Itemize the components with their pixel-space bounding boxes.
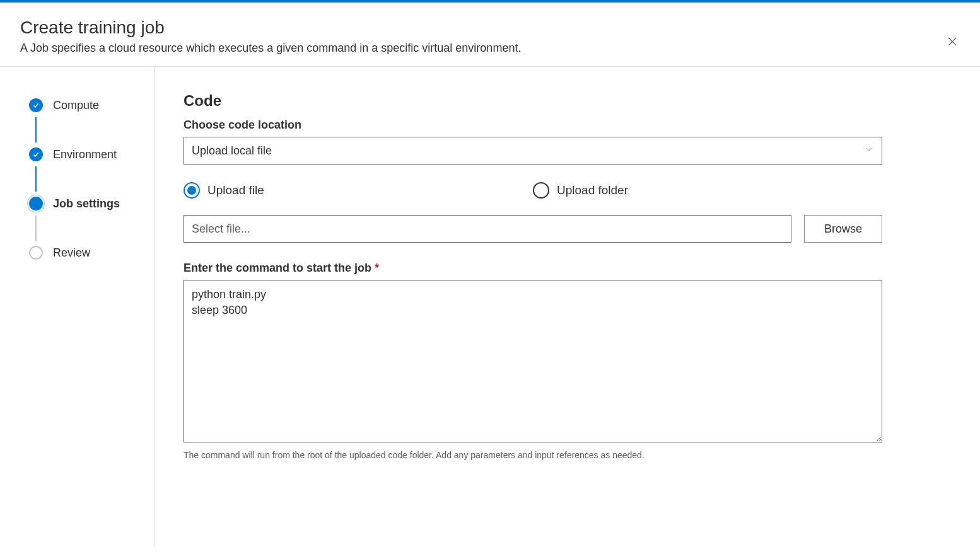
close-button[interactable] [945,34,960,49]
step-compute[interactable]: Compute [29,98,154,112]
command-textarea[interactable] [184,280,882,442]
step-environment[interactable]: Environment [29,147,154,161]
step-label: Job settings [53,197,120,211]
command-helper-text: The command will run from the root of th… [184,450,882,460]
radio-upload-file[interactable]: Upload file [184,182,533,199]
step-review[interactable]: Review [29,246,154,260]
radio-icon [184,182,200,199]
command-label: Enter the command to start the job * [184,262,882,275]
radio-label: Upload folder [557,183,628,197]
step-label: Environment [53,148,117,161]
check-icon [29,147,43,161]
command-label-text: Enter the command to start the job [184,262,371,274]
file-select-row: Browse [184,215,882,243]
code-location-value: Upload local file [192,144,272,158]
browse-button[interactable]: Browse [804,215,882,243]
step-connector [35,216,37,241]
required-asterisk: * [375,262,379,274]
body-layout: Compute Environment Job settings Review … [0,67,980,546]
close-icon [947,36,958,47]
current-step-icon [29,197,43,211]
step-label: Compute [53,99,99,112]
section-title-code: Code [184,92,882,110]
page-subtitle: A Job specifies a cloud resource which e… [20,42,960,55]
file-path-input[interactable] [184,215,791,243]
radio-label: Upload file [207,183,264,197]
step-connector [35,166,37,192]
code-location-select[interactable]: Upload local file [184,137,882,164]
radio-upload-folder[interactable]: Upload folder [533,182,882,199]
radio-icon [533,182,549,199]
page-header: Create training job A Job specifies a cl… [0,3,980,67]
pending-step-icon [29,246,43,260]
upload-type-radio-group: Upload file Upload folder [184,182,882,199]
page-title: Create training job [20,18,960,38]
code-location-label: Choose code location [184,118,882,132]
wizard-sidebar: Compute Environment Job settings Review [0,67,155,546]
check-icon [29,98,43,112]
main-form: Code Choose code location Upload local f… [155,67,911,546]
step-connector [35,117,37,142]
step-label: Review [53,246,90,260]
step-job-settings[interactable]: Job settings [29,197,154,211]
code-location-select-wrap: Upload local file [184,137,882,164]
